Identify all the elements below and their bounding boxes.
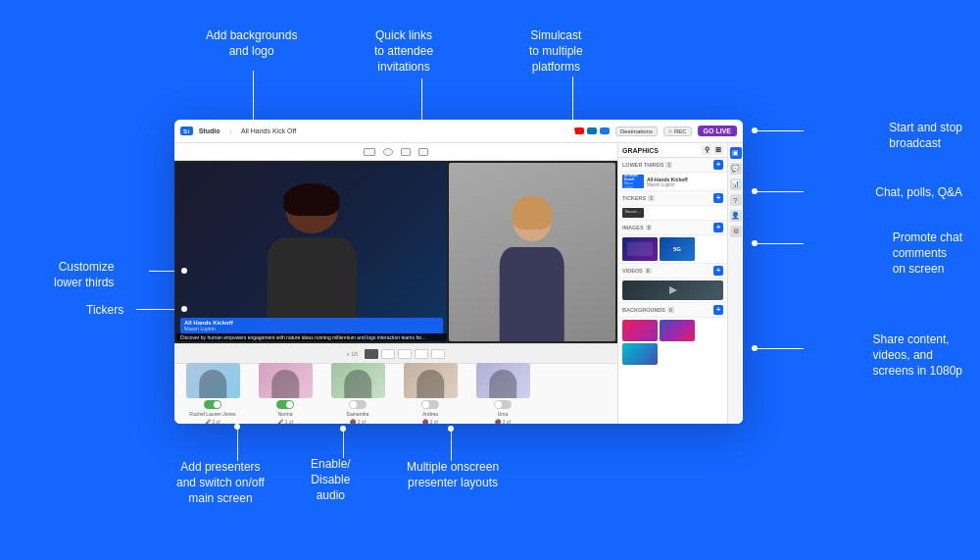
layout-btn-full[interactable] (431, 349, 445, 359)
presenter-thumb-3[interactable] (331, 363, 385, 398)
p-sil-4 (416, 370, 444, 398)
videos-section-label: VIDEOS 0 + (618, 264, 727, 279)
presenter-audio-5: 📵 3 of (495, 419, 511, 424)
go-live-button[interactable]: GO LIVE (698, 126, 737, 136)
line-add-backgrounds (253, 71, 254, 125)
icon-chat[interactable]: 💬 (730, 163, 742, 175)
add-background-button[interactable]: + (713, 305, 723, 315)
lower-third-preview: All-Hands Kickoff Mason Lupton (622, 175, 644, 188)
bg-thumb-2[interactable] (660, 320, 695, 341)
presenter-audio-4: 📵 3 of (422, 419, 438, 424)
backgrounds-label: BACKGROUNDS (622, 307, 665, 313)
lower-third-overlay: All Hands Kickoff Mason Lupton (180, 318, 443, 333)
presenter-card-1: Rachel Lauren Jones 🎤 3 of (178, 363, 247, 424)
presenter-card-2: Norma 🎤 3 of (251, 363, 319, 424)
dot-promote-chat (752, 240, 758, 246)
layout-btn-pip[interactable] (398, 349, 412, 359)
studio-topbar: Si Studio | All Hands Kick Off Destinati… (174, 120, 743, 143)
p-sil-3 (344, 370, 371, 398)
tickers-section-label: TICKERS 1 + (618, 191, 727, 206)
rec-button[interactable]: REC (663, 127, 692, 136)
participants-icon[interactable] (418, 148, 428, 156)
images-label: IMAGES (622, 225, 644, 230)
play-icon (669, 286, 677, 294)
mic-cam-icon[interactable] (383, 148, 393, 156)
presenter-name-5: Uma (498, 411, 509, 417)
screen-count-label: ≡ 1/5 (347, 351, 358, 357)
presenter-thumb-1[interactable] (186, 363, 240, 398)
line-share-content (755, 348, 804, 349)
icon-qa[interactable]: ? (730, 194, 742, 206)
dot-enable-audio (340, 426, 346, 432)
toggle-presenter-2[interactable] (276, 400, 294, 409)
ticker-text: Discover by human empowerment with natur… (622, 208, 644, 216)
bg-thumb-1[interactable] (622, 320, 658, 341)
videos-label: VIDEOS (622, 268, 643, 274)
right-sidebar: GRAPHICS ⚲ ⊞ LOWER THIRDS 1 + (617, 143, 743, 424)
toggle-presenter-4[interactable] (421, 400, 439, 409)
presenter-audio-3: 📵 3 of (350, 419, 366, 424)
layout-btn-single[interactable] (381, 349, 395, 359)
toggle-knob-1 (214, 401, 220, 408)
image-thumb-2[interactable]: 5G (660, 237, 695, 261)
lt-item-role: Mason Lupton (647, 182, 688, 187)
toggle-knob-3 (350, 401, 357, 408)
presenter-card-3: Samantha 📵 3 of (323, 363, 392, 424)
studio-screen: Si Studio | All Hands Kick Off Destinati… (174, 120, 743, 424)
backgrounds-section-label: BACKGROUNDS 0 + (618, 303, 727, 318)
presenter-audio-1: 🎤 3 of (205, 419, 220, 424)
image-thumb-1[interactable] (622, 237, 658, 261)
rec-indicator (668, 129, 672, 133)
presenter-audio-2: 🎤 3 of (277, 419, 293, 424)
add-video-button[interactable]: + (713, 266, 723, 276)
lower-thirds-section-label: LOWER THIRDS 1 + (618, 158, 727, 173)
camera-icon[interactable] (364, 148, 375, 156)
lt-item-text: All-Hands Kickoff Mason Lupton (647, 177, 688, 187)
icon-settings[interactable]: ⚙ (730, 226, 742, 237)
presenter-thumb-2[interactable] (259, 363, 313, 398)
add-image-button[interactable]: + (713, 223, 723, 232)
main-stage: All Hands Kickoff Mason Lupton Discover … (174, 143, 617, 424)
line-multiple-layouts (451, 429, 452, 461)
layout-controls: ≡ 1/5 (174, 343, 617, 363)
lt-item-name: All-Hands Kickoff (647, 177, 688, 182)
graphics-search-icon[interactable]: ⚲ (702, 145, 711, 155)
add-ticker-button[interactable]: + (713, 193, 723, 203)
dot-start-stop (752, 127, 758, 133)
video-thumb-inner[interactable] (622, 280, 723, 300)
layout-btn-grid[interactable] (415, 349, 428, 359)
main-video-feed: All Hands Kickoff Mason Lupton Discover … (176, 163, 447, 341)
toggle-presenter-1[interactable] (204, 400, 221, 409)
graphics-section-header: GRAPHICS ⚲ ⊞ (618, 143, 727, 158)
line-start-stop (755, 130, 804, 131)
destinations-button[interactable]: Destinations (615, 127, 658, 136)
tickers-count: 1 (648, 195, 655, 201)
layout-btn-split[interactable] (365, 349, 378, 359)
icon-graphics[interactable]: ▣ (730, 147, 742, 159)
ticker-preview: Discover by human empowerment with natur… (622, 208, 644, 218)
lt-role: Mason Lupton (624, 181, 642, 189)
screen-share-icon[interactable] (401, 148, 411, 156)
presenter-thumb-4[interactable] (404, 363, 458, 398)
lower-thirds-count: 1 (665, 162, 672, 168)
presenters-row: Rachel Lauren Jones 🎤 3 of No (174, 363, 617, 424)
dot-simulcast (569, 129, 575, 135)
background-grid (618, 318, 727, 367)
dot-chat-polls (752, 188, 758, 194)
icon-panel: ▣ 💬 📊 ? 👤 ⚙ (727, 143, 743, 424)
toggle-presenter-5[interactable] (494, 400, 512, 409)
toggle-presenter-3[interactable] (349, 400, 367, 409)
linkedin-icon (587, 127, 597, 134)
graphics-grid-icon[interactable]: ⊞ (713, 145, 723, 155)
sidebar-content: GRAPHICS ⚲ ⊞ LOWER THIRDS 1 + (618, 143, 727, 424)
studio-logo: Si (180, 127, 193, 135)
presenter-thumb-5[interactable] (476, 363, 530, 398)
icon-poll[interactable]: 📊 (730, 178, 742, 190)
add-lower-third-button[interactable]: + (713, 160, 723, 170)
secondary-video-feed (449, 163, 615, 341)
icon-people[interactable]: 👤 (730, 210, 742, 222)
camera-toolbar (174, 143, 617, 161)
bg-thumb-3[interactable] (622, 343, 658, 365)
backgrounds-count: 0 (667, 307, 674, 313)
dot-add-presenters (234, 424, 240, 430)
